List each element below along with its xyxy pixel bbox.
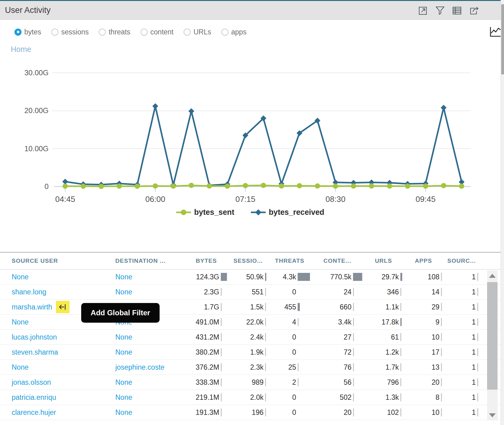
source_user-link[interactable]: steven.sharma [12, 348, 58, 356]
destination_user-link[interactable]: josephine.coste [115, 363, 165, 372]
data-point-bytes_sent[interactable] [297, 183, 302, 188]
radio-circle-icon[interactable] [51, 29, 58, 36]
source_user-link[interactable]: marsha.wirth [12, 303, 52, 311]
column-header-source_count[interactable]: SOURC... [443, 258, 480, 264]
data-point-bytes_sent[interactable] [279, 183, 284, 189]
magnitude-bar [400, 393, 401, 401]
column-header-sessions[interactable]: SESSIO... [228, 258, 268, 264]
magnitude-bar [400, 288, 401, 296]
source_count-value-cell: 1 [443, 363, 480, 372]
radio-circle-icon[interactable] [14, 29, 22, 36]
data-point-bytes_sent[interactable] [441, 183, 446, 188]
data-point-bytes_sent[interactable] [225, 183, 230, 189]
data-point-bytes_sent[interactable] [423, 183, 428, 189]
radio-circle-icon[interactable] [141, 29, 148, 36]
data-point-bytes_sent[interactable] [333, 183, 338, 189]
magnitude-bar [441, 303, 442, 311]
destination_user-link[interactable]: None [115, 408, 132, 417]
scroll-up-arrow[interactable] [487, 270, 498, 281]
source_count-value-cell: 1 [443, 288, 480, 296]
radio-apps[interactable]: apps [221, 28, 247, 36]
content-value: 27 [343, 333, 351, 341]
sessions-value: 989 [252, 378, 264, 387]
magnitude-bar [400, 318, 402, 326]
table-view-icon[interactable] [452, 6, 462, 15]
data-point-bytes_received[interactable] [153, 103, 158, 109]
destination_user-link[interactable]: None [115, 273, 132, 281]
column-header-apps[interactable]: APPS [403, 258, 443, 264]
bytes-value: 491.0M [196, 318, 219, 326]
source_user-link[interactable]: shane.long [12, 288, 46, 296]
radio-circle-icon[interactable] [99, 29, 106, 36]
source_user-link[interactable]: patricia.enriqu [12, 393, 56, 402]
data-point-bytes_sent[interactable] [387, 183, 392, 189]
add-global-filter-icon[interactable] [56, 301, 69, 313]
bytes-value-cell: 380.2M [185, 348, 228, 356]
radio-urls[interactable]: URLs [184, 28, 211, 36]
data-point-bytes_sent[interactable] [81, 184, 86, 189]
destination_user-link[interactable]: None [115, 288, 132, 296]
destination_user-link[interactable]: None [115, 378, 132, 387]
data-point-bytes_sent[interactable] [207, 183, 212, 189]
data-point-bytes_sent[interactable] [135, 184, 140, 189]
export-icon[interactable] [469, 6, 479, 15]
data-point-bytes_sent[interactable] [153, 183, 158, 189]
column-header-destination_user[interactable]: DESTINATION ... [111, 258, 185, 264]
radio-threats[interactable]: threats [99, 28, 130, 36]
radio-bytes[interactable]: bytes [14, 28, 41, 36]
page-scrollbar[interactable] [501, 0, 504, 425]
maximize-icon[interactable] [419, 6, 428, 15]
column-header-threats[interactable]: THREATS [268, 258, 311, 264]
column-header-bytes[interactable]: BYTES [185, 258, 228, 264]
data-point-bytes_sent[interactable] [117, 183, 122, 189]
source_user-cell: lucas.johnston [0, 333, 111, 341]
data-point-bytes_sent[interactable] [243, 183, 248, 188]
destination_user-cell: None [111, 288, 185, 296]
column-header-content[interactable]: CONTE... [311, 258, 363, 264]
data-point-bytes_sent[interactable] [405, 183, 410, 189]
page-scrollbar-thumb[interactable] [501, 4, 504, 74]
data-point-bytes_received[interactable] [189, 108, 194, 114]
legend-item-bytes_sent[interactable]: bytes_sent [176, 208, 234, 217]
data-point-bytes_sent[interactable] [63, 183, 68, 189]
table-scrollbar[interactable] [487, 270, 498, 420]
data-point-bytes_sent[interactable] [459, 183, 464, 189]
magnitude-bar [477, 363, 478, 371]
destination_user-link[interactable]: None [115, 333, 132, 341]
scroll-down-arrow[interactable] [487, 410, 498, 420]
content-value-cell: 3.4k [311, 318, 363, 326]
legend-item-bytes_received[interactable]: bytes_received [251, 208, 324, 217]
triangle-up-icon [489, 274, 496, 278]
radio-circle-icon[interactable] [221, 29, 228, 36]
breadcrumb-home-link[interactable]: Home [11, 45, 31, 54]
data-point-bytes_sent[interactable] [171, 183, 176, 189]
column-header-urls[interactable]: URLS [363, 258, 403, 264]
data-point-bytes_received[interactable] [441, 105, 446, 111]
radio-circle-icon[interactable] [184, 29, 191, 36]
radio-sessions[interactable]: sessions [51, 28, 89, 36]
radio-content[interactable]: content [141, 28, 173, 36]
source_user-link[interactable]: None [12, 363, 29, 372]
source_user-link[interactable]: clarence.hujer [12, 408, 56, 417]
sessions-value: 50.9k [246, 273, 264, 281]
source_user-link[interactable]: None [12, 318, 29, 326]
data-point-bytes_sent[interactable] [369, 183, 374, 189]
source_user-link[interactable]: None [12, 273, 29, 281]
data-point-bytes_sent[interactable] [351, 183, 356, 189]
data-point-bytes_sent[interactable] [189, 183, 194, 188]
data-point-bytes_sent[interactable] [315, 183, 320, 189]
data-point-bytes_sent[interactable] [99, 184, 104, 189]
table-scrollbar-thumb[interactable] [487, 282, 498, 390]
filter-icon[interactable] [435, 6, 445, 15]
data-point-bytes_sent[interactable] [261, 183, 266, 188]
magnitude-bar [353, 393, 354, 401]
destination_user-link[interactable]: None [115, 348, 132, 356]
source_user-link[interactable]: jonas.olsson [12, 378, 51, 387]
magnitude-bar [441, 348, 442, 356]
source_user-link[interactable]: lucas.johnston [12, 333, 57, 341]
destination_user-link[interactable]: None [115, 393, 132, 402]
line-chart-icon[interactable] [489, 26, 502, 38]
column-header-source_user[interactable]: SOURCE USER [0, 258, 111, 264]
urls-value-cell: 1.7k [363, 363, 403, 372]
sessions-value: 1.9k [250, 348, 264, 356]
